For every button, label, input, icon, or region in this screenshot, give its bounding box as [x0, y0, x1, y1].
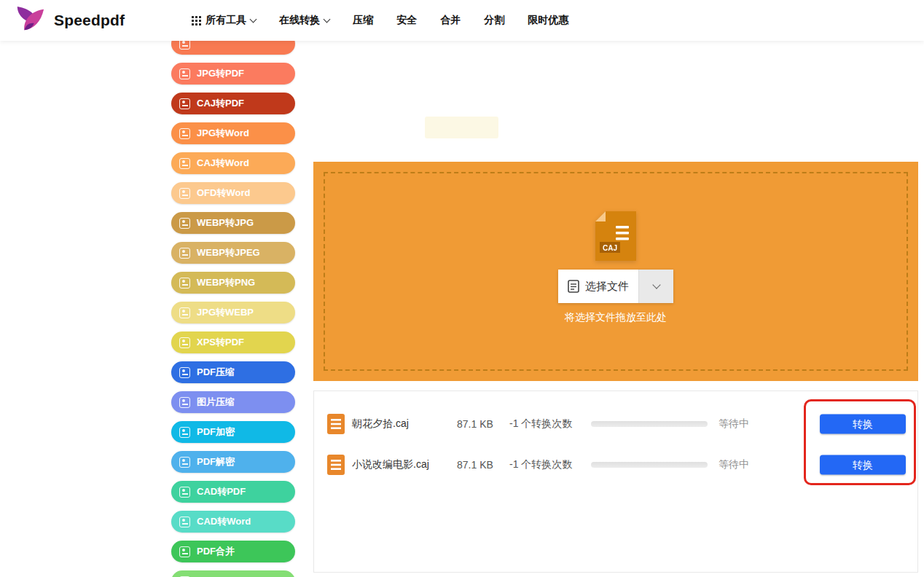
tool-icon — [179, 307, 190, 318]
sidebar-item-label: PDF合并 — [197, 545, 235, 558]
status-text: 等待中 — [719, 458, 749, 471]
nav-item-label: 合并 — [440, 14, 461, 27]
sidebar-item-label: PDF压缩 — [197, 366, 235, 379]
upload-dropzone[interactable]: CAJ 选择文件 将选择文件拖放至此处 — [313, 162, 918, 381]
sidebar-item-label: PDF解密 — [197, 455, 235, 468]
sidebar-item[interactable] — [171, 570, 295, 577]
sidebar-item[interactable]: JPG转Word — [171, 122, 295, 144]
file-size: 87.1 KB — [457, 418, 493, 430]
sidebar-item[interactable]: JPG转WEBP — [171, 302, 295, 323]
nav-item-security[interactable]: 安全 — [396, 14, 417, 27]
dropzone-dashed-area: CAJ 选择文件 将选择文件拖放至此处 — [324, 172, 908, 371]
chevron-down-icon — [250, 15, 257, 23]
sidebar-item[interactable]: CAJ转Word — [171, 152, 295, 174]
tool-icon — [179, 188, 190, 199]
document-icon — [568, 280, 579, 293]
sidebar-item-label: CAD转Word — [197, 515, 251, 528]
sidebar-item[interactable]: JPG转PDF — [171, 63, 295, 85]
sidebar-item-label: XPS转PDF — [197, 336, 244, 349]
sidebar-item[interactable]: WEBP转PNG — [171, 272, 295, 294]
sidebar-item[interactable]: 图片压缩 — [171, 391, 295, 413]
nav-item-label: 压缩 — [353, 14, 373, 27]
logo-text: Speedpdf — [54, 12, 125, 29]
nav-item-merge[interactable]: 合并 — [440, 14, 461, 27]
sidebar-item[interactable]: PDF合并 — [171, 541, 295, 562]
sidebar-item[interactable]: PDF解密 — [171, 451, 295, 473]
tool-icon — [179, 68, 190, 79]
select-file-label: 选择文件 — [585, 280, 629, 294]
select-file-dropdown-toggle[interactable] — [638, 270, 673, 303]
logo-icon — [13, 5, 47, 36]
caj-file-icon: CAJ — [595, 211, 636, 261]
dropzone-hint: 将选择文件拖放至此处 — [565, 311, 667, 324]
sidebar-item-label: 图片压缩 — [197, 396, 235, 409]
sidebar-item[interactable]: WEBP转JPEG — [171, 242, 295, 264]
progress-bar — [591, 421, 708, 427]
file-row: 朝花夕拾.caj87.1 KB-1 个转换次数等待中转换 — [314, 404, 917, 444]
tool-icon — [179, 487, 190, 498]
select-file-button-group: 选择文件 — [558, 270, 673, 303]
sidebar-item[interactable]: XPS转PDF — [171, 331, 295, 353]
nav-item-all-tools[interactable]: 所有工具 — [192, 14, 256, 27]
sidebar-item[interactable]: OFD转Word — [171, 182, 295, 204]
tool-icon — [179, 98, 190, 109]
select-file-button[interactable]: 选择文件 — [558, 270, 638, 303]
sidebar-item[interactable]: CAD转PDF — [171, 481, 295, 503]
nav-item-limited-offer[interactable]: 限时优惠 — [528, 14, 568, 27]
file-list-panel: 朝花夕拾.caj87.1 KB-1 个转换次数等待中转换小说改编电影.caj87… — [313, 390, 918, 573]
faded-highlight — [425, 117, 498, 138]
sidebar-item-label: PDF加密 — [197, 425, 235, 439]
tool-icon — [179, 128, 190, 139]
conversion-credits: -1 个转换次数 — [509, 458, 572, 471]
grid-icon — [192, 16, 201, 25]
nav-item-split[interactable]: 分割 — [484, 14, 504, 27]
caj-badge-label: CAJ — [603, 244, 617, 252]
status-text: 等待中 — [719, 417, 749, 431]
nav-item-online-convert[interactable]: 在线转换 — [279, 14, 329, 27]
file-name: 朝花夕拾.caj — [352, 417, 409, 431]
tool-icon — [179, 457, 190, 468]
convert-button[interactable]: 转换 — [820, 415, 906, 434]
file-name: 小说改编电影.caj — [352, 458, 429, 471]
sidebar-item[interactable]: CAD转Word — [171, 511, 295, 533]
sidebar-item[interactable]: PDF压缩 — [171, 361, 295, 383]
tool-icon — [179, 546, 190, 557]
tool-icon — [179, 158, 190, 169]
tool-icon — [179, 397, 190, 408]
nav-item-label: 限时优惠 — [528, 14, 568, 27]
file-icon — [327, 455, 345, 475]
sidebar-item-label: CAJ转PDF — [197, 97, 244, 110]
sidebar-item[interactable]: WEBP转JPG — [171, 212, 295, 234]
file-size: 87.1 KB — [457, 459, 493, 471]
sidebar-item-label: WEBP转JPG — [197, 216, 254, 229]
header: Speedpdf 所有工具在线转换压缩安全合并分割限时优惠 — [0, 0, 924, 41]
nav-item-label: 在线转换 — [279, 14, 320, 27]
tool-icon — [179, 248, 190, 259]
tool-icon — [179, 367, 190, 378]
progress-bar — [591, 462, 708, 468]
nav-item-compress[interactable]: 压缩 — [353, 14, 373, 27]
nav-item-label: 分割 — [484, 14, 504, 27]
logo[interactable]: Speedpdf — [13, 5, 125, 36]
nav-item-label: 安全 — [396, 14, 417, 27]
main-nav: 所有工具在线转换压缩安全合并分割限时优惠 — [192, 14, 568, 27]
conversion-credits: -1 个转换次数 — [509, 417, 572, 431]
file-icon — [327, 414, 345, 434]
sidebar-item[interactable]: PDF加密 — [171, 421, 295, 443]
sidebar-item-label: JPG转WEBP — [197, 306, 254, 319]
nav-item-label: 所有工具 — [205, 14, 246, 27]
sidebar-item-label: WEBP转PNG — [197, 276, 255, 289]
sidebar-item-label: WEBP转JPEG — [197, 246, 260, 259]
sidebar-item-label: JPG转PDF — [197, 67, 244, 80]
tool-icon — [179, 427, 190, 438]
convert-button[interactable]: 转换 — [820, 455, 906, 475]
sidebar-item[interactable]: CAJ转PDF — [171, 93, 295, 114]
tool-icon — [179, 517, 190, 527]
sidebar-item-label: OFD转Word — [197, 187, 250, 200]
tool-icon — [179, 337, 190, 348]
sidebar-item-label: CAD转PDF — [197, 485, 246, 498]
file-row: 小说改编电影.caj87.1 KB-1 个转换次数等待中转换 — [314, 444, 917, 485]
sidebar-item-label: JPG转Word — [197, 127, 249, 140]
sidebar: JPG转PDFCAJ转PDFJPG转WordCAJ转WordOFD转WordWE… — [171, 33, 295, 577]
tool-icon — [179, 218, 190, 229]
